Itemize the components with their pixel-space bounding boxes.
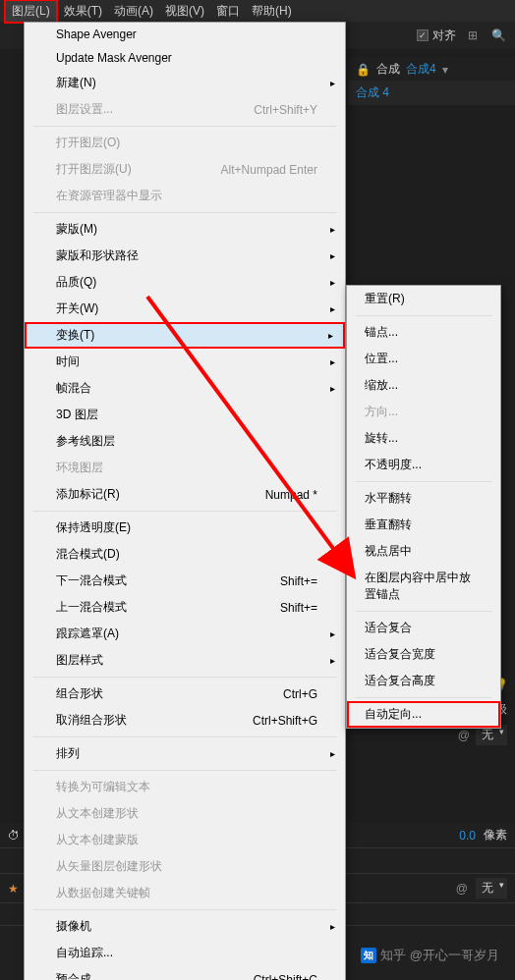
comp-label: 合成 <box>376 61 400 78</box>
smi-opacity[interactable]: 不透明度... <box>347 452 500 478</box>
menu-window[interactable]: 窗口 <box>210 1 246 22</box>
comp-panel-row-1: 🔒 合成 合成4 ▾ <box>348 57 515 82</box>
mi-prev-blend[interactable]: 上一混合模式Shift+= <box>25 594 345 621</box>
mi-reveal: 在资源管理器中显示 <box>25 183 345 209</box>
separator <box>32 736 337 737</box>
mi-marker[interactable]: 添加标记(R)Numpad * <box>25 481 345 508</box>
mi-ungroup[interactable]: 取消组合形状Ctrl+Shift+G <box>25 707 345 734</box>
smi-center-view[interactable]: 视点居中 <box>347 538 500 565</box>
transform-submenu: 重置(R) 锚点... 位置... 缩放... 方向... 旋转... 不透明度… <box>346 285 501 729</box>
separator <box>355 697 492 698</box>
smi-flip-v[interactable]: 垂直翻转 <box>347 512 500 538</box>
star-icon: ★ <box>8 882 19 896</box>
mi-quality[interactable]: 品质(Q) <box>25 269 345 296</box>
mi-transform[interactable]: 变换(T) <box>25 322 345 349</box>
mi-group[interactable]: 组合形状Ctrl+G <box>25 681 345 707</box>
lock-icon: 🔒 <box>356 63 371 77</box>
mi-switch[interactable]: 开关(W) <box>25 296 345 322</box>
separator <box>355 315 492 316</box>
watermark: 知 知乎 @开心一哥岁月 <box>361 947 499 964</box>
mi-convert: 转换为可编辑文本 <box>25 774 345 800</box>
mi-layer-style[interactable]: 图层样式 <box>25 647 345 674</box>
mi-keyframe-data: 从数据创建关键帧 <box>25 880 345 906</box>
separator <box>32 770 337 771</box>
menubar: 图层(L) 效果(T) 动画(A) 视图(V) 窗口 帮助(H) <box>0 0 515 22</box>
mask-exp-value[interactable]: 0.0 <box>459 829 476 843</box>
mi-env: 环境图层 <box>25 455 345 481</box>
pickwhip-icon[interactable]: @ <box>456 882 468 896</box>
separator <box>32 677 337 678</box>
smi-fit-comp[interactable]: 适合复合 <box>347 615 500 641</box>
mi-blend[interactable]: 混合模式(D) <box>25 541 345 568</box>
mi-camera[interactable]: 摄像机 <box>25 913 345 940</box>
checkbox-icon: ✓ <box>417 29 429 41</box>
mi-new[interactable]: 新建(N) <box>25 70 345 96</box>
menu-effect[interactable]: 效果(T) <box>58 1 108 22</box>
layer-menu: Shape Avenger Update Mask Avenger 新建(N) … <box>24 22 346 980</box>
dropdown-icon[interactable]: ▾ <box>442 63 448 77</box>
menu-layer[interactable]: 图层(L) <box>4 0 58 24</box>
align-label: 对齐 <box>432 27 456 44</box>
stopwatch-icon[interactable]: ⏱ <box>8 829 20 843</box>
separator <box>32 511 337 512</box>
unit-label: 像素 <box>484 827 507 844</box>
zhihu-icon: 知 <box>361 948 376 963</box>
pickwhip-icon[interactable]: @ <box>458 729 470 742</box>
smi-scale[interactable]: 缩放... <box>347 372 500 399</box>
separator <box>32 212 337 213</box>
separator <box>355 611 492 612</box>
comp-name[interactable]: 合成4 <box>406 61 436 78</box>
smi-center-anchor[interactable]: 在图层内容中居中放置锚点 <box>347 565 500 608</box>
smi-fit-w[interactable]: 适合复合宽度 <box>347 641 500 668</box>
smi-orientation: 方向... <box>347 399 500 425</box>
separator <box>32 909 337 910</box>
mi-autotrace[interactable]: 自动追踪... <box>25 940 345 966</box>
mi-arrange[interactable]: 排列 <box>25 740 345 767</box>
smi-auto-orient[interactable]: 自动定向... <box>347 701 500 728</box>
mi-shape-vec: 从矢量图层创建形状 <box>25 853 345 880</box>
watermark-text: 知乎 @开心一哥岁月 <box>380 947 499 964</box>
mi-3d[interactable]: 3D 图层 <box>25 402 345 428</box>
mi-mask[interactable]: 蒙版(M) <box>25 216 345 243</box>
smi-anchor[interactable]: 锚点... <box>347 319 500 346</box>
comp-name-2[interactable]: 合成 4 <box>356 84 389 101</box>
parent-dropdown-2[interactable]: 无 <box>476 878 507 898</box>
smi-reset[interactable]: 重置(R) <box>347 286 500 312</box>
menu-help[interactable]: 帮助(H) <box>246 1 298 22</box>
menu-view[interactable]: 视图(V) <box>159 1 210 22</box>
mi-preserve[interactable]: 保持透明度(E) <box>25 515 345 541</box>
mi-shape-avenger[interactable]: Shape Avenger <box>25 23 345 46</box>
tool-icon-1[interactable]: ⊞ <box>464 27 482 44</box>
mi-mask-shape[interactable]: 蒙版和形状路径 <box>25 243 345 269</box>
mi-layer-settings: 图层设置...Ctrl+Shift+Y <box>25 96 345 123</box>
menu-animation[interactable]: 动画(A) <box>108 1 159 22</box>
mi-frame-blend[interactable]: 帧混合 <box>25 375 345 402</box>
mi-track-matte[interactable]: 跟踪遮罩(A) <box>25 621 345 647</box>
mi-open-layer: 打开图层(O) <box>25 130 345 156</box>
separator <box>32 126 337 127</box>
comp-panel-row-2: 合成 4 <box>348 81 515 105</box>
mi-open-source: 打开图层源(U)Alt+Numpad Enter <box>25 156 345 183</box>
smi-rotation[interactable]: 旋转... <box>347 425 500 452</box>
search-icon[interactable]: 🔍 <box>489 27 507 44</box>
smi-flip-h[interactable]: 水平翻转 <box>347 485 500 512</box>
separator <box>355 481 492 482</box>
smi-position[interactable]: 位置... <box>347 346 500 372</box>
mi-precompose[interactable]: 预合成...Ctrl+Shift+C <box>25 966 345 980</box>
mi-update-mask[interactable]: Update Mask Avenger <box>25 46 345 70</box>
mi-guide[interactable]: 参考线图层 <box>25 428 345 455</box>
mi-time[interactable]: 时间 <box>25 349 345 375</box>
mi-next-blend[interactable]: 下一混合模式Shift+= <box>25 568 345 594</box>
mi-mask-text: 从文本创建蒙版 <box>25 827 345 853</box>
mi-shape-text: 从文本创建形状 <box>25 800 345 827</box>
smi-fit-h[interactable]: 适合复合高度 <box>347 668 500 694</box>
align-toggle[interactable]: ✓ 对齐 <box>417 27 456 44</box>
